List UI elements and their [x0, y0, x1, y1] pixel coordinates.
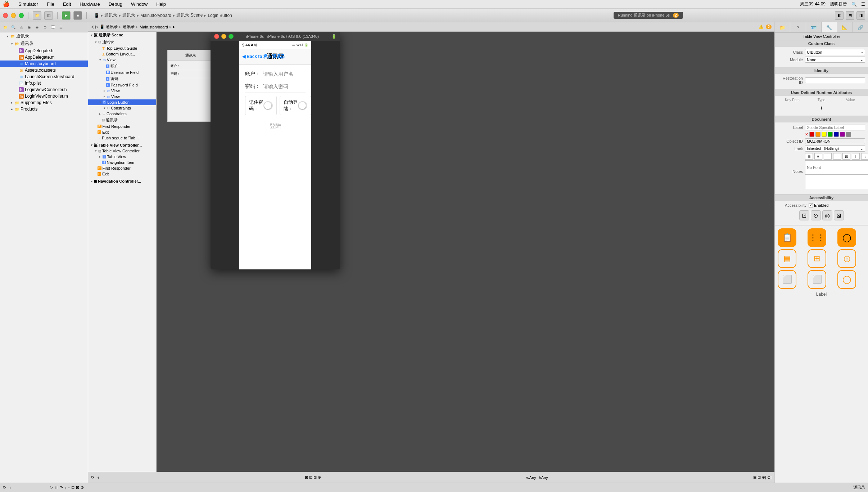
scene-item-label-password[interactable]: L 密码:	[88, 75, 156, 82]
bc-通讯录[interactable]: 通讯录	[104, 12, 117, 18]
auto-login-toggle[interactable]: 自动登陆：	[280, 96, 311, 115]
tab-file[interactable]: 📁	[775, 22, 790, 32]
obj-lib-item-1[interactable]: 📋	[778, 228, 796, 247]
nav-item-launchscreen[interactable]: ⊞ LaunchScreen.storyboard	[0, 73, 88, 80]
menu-list-icon[interactable]: ☰	[861, 2, 865, 7]
iphone-back-button[interactable]: ◀ Back to 私人通讯录	[242, 54, 285, 60]
nav-folder-icon[interactable]: 📁	[2, 24, 9, 31]
debug-icon-5[interactable]: ⊙	[81, 485, 84, 490]
nav-warning-icon[interactable]: ⚠	[18, 24, 24, 31]
scene-item-nav-controller[interactable]: ⊞ Navigation Controller...	[88, 178, 156, 184]
tab-size[interactable]: 📐	[837, 22, 853, 32]
auto-login-switch[interactable]	[298, 101, 307, 110]
obj-lib-item-6[interactable]: ◎	[837, 249, 856, 268]
menu-window[interactable]: Window	[130, 1, 149, 7]
sim-close[interactable]	[214, 34, 219, 39]
scene-item-label-account[interactable]: L 账户:	[88, 63, 156, 70]
folder-icon[interactable]: 📁	[33, 11, 41, 20]
password-input[interactable]	[263, 84, 326, 89]
bc-back-arrow[interactable]: ◁	[91, 24, 94, 29]
bottom-add-icon[interactable]: +	[97, 475, 99, 480]
scene-item-exit-2[interactable]: E Exit	[88, 171, 156, 177]
nav-breakpoint-icon[interactable]: ⊙	[42, 24, 48, 31]
nav-source-icon[interactable]: 🔍	[10, 24, 17, 31]
menu-ime[interactable]: 搜狗拼音	[830, 1, 847, 7]
font-btn-7[interactable]: ↕	[861, 153, 868, 160]
nav-item-appdelegatem[interactable]: m AppDelegate.m	[0, 54, 88, 61]
bc-scene[interactable]: 通讯录 Scene	[176, 12, 203, 18]
enabled-check[interactable]: ✓	[809, 203, 813, 207]
remember-switch[interactable]	[263, 101, 273, 110]
account-input[interactable]	[263, 71, 326, 77]
debug-icon-3[interactable]: ⊡	[71, 485, 74, 490]
close-button[interactable]	[3, 13, 8, 18]
scene-item-bottom-layout[interactable]: ⊥ Bottom Layout...	[88, 51, 156, 57]
scene-item-password-field[interactable]: F Password Field	[88, 82, 156, 88]
bc-project[interactable]: 📱	[94, 13, 99, 18]
nav-item-plist[interactable]: 📄 Info.plist	[0, 80, 88, 86]
bottom-refresh-icon[interactable]: ⟳	[91, 475, 94, 480]
obj-lib-item-3[interactable]: ◯	[837, 228, 856, 247]
menu-edit[interactable]: Edit	[62, 1, 72, 7]
bc-forward-arrow[interactable]: ▷	[95, 24, 98, 29]
scene-item-push-segue[interactable]: → Push segue to 'Tab...'	[88, 135, 156, 141]
remember-password-toggle[interactable]: 记住密码：	[245, 96, 277, 115]
nav-report-icon[interactable]: ☰	[58, 24, 64, 31]
doc-label-input[interactable]	[805, 125, 865, 130]
scene-item-通讯录-link[interactable]: ⊡ 通讯录	[88, 117, 156, 124]
acc-icon-3[interactable]: ◎	[822, 210, 832, 220]
sim-minimize[interactable]	[221, 34, 226, 39]
nav-item-appdelegateh[interactable]: h AppDelegate.h	[0, 48, 88, 54]
debug-icon-2[interactable]: +	[9, 486, 11, 490]
debug-step-out[interactable]: ↑	[68, 486, 70, 490]
minimize-button[interactable]	[11, 13, 16, 18]
font-btn-3[interactable]: —	[824, 153, 832, 160]
sim-maximize[interactable]	[229, 34, 234, 39]
module-select[interactable]: None ⌄	[805, 57, 865, 63]
bc-通讯录-2[interactable]: 通讯录	[122, 12, 135, 18]
scene-item-top-layout[interactable]: ⊤ Top Layout Guide	[88, 45, 156, 51]
debug-icon-1[interactable]: ⟳	[3, 485, 6, 490]
debug-step-in[interactable]: ↓	[64, 486, 67, 490]
scene-item-table-view[interactable]: T Table View	[88, 154, 156, 160]
color-x[interactable]: ✕	[805, 132, 808, 137]
nav-test-icon[interactable]: ◉	[26, 24, 32, 31]
color-chip-red[interactable]	[809, 132, 814, 137]
user-defined-add[interactable]: +	[778, 103, 865, 113]
font-btn-2[interactable]: ≡	[814, 153, 822, 160]
font-btn-4[interactable]: —	[833, 153, 841, 160]
color-chip-purple[interactable]	[840, 132, 845, 137]
nav-item-root-folder[interactable]: 📂 通讯录	[0, 32, 88, 40]
nav-item-assets[interactable]: ⊠ Assets.xcassets	[0, 67, 88, 73]
navigator-toggle[interactable]: ◫	[44, 11, 53, 20]
font-btn-6[interactable]: T	[852, 153, 860, 160]
any-width[interactable]: wAny	[526, 475, 536, 480]
debug-step-over[interactable]: ↷	[60, 485, 63, 490]
obj-lib-item-2[interactable]: ⋮⋮	[808, 228, 826, 247]
debug-play[interactable]: ▷	[50, 485, 53, 490]
maximize-button[interactable]	[19, 13, 24, 18]
scene-item-view[interactable]: ▭ View	[88, 57, 156, 63]
bc-通讯录-item[interactable]: 通讯录	[123, 24, 135, 30]
obj-lib-item-5[interactable]: ⊞	[808, 249, 826, 268]
scene-item-first-responder-2[interactable]: R First Responder	[88, 165, 156, 171]
menu-hardware[interactable]: Hardware	[78, 1, 101, 7]
scene-item-view-3[interactable]: ▭ View	[88, 94, 156, 99]
menu-help[interactable]: Help	[155, 1, 167, 7]
notes-textarea[interactable]	[805, 175, 868, 189]
add-attribute-icon[interactable]: +	[820, 105, 823, 111]
debug-panel-toggle[interactable]: ⬒	[846, 11, 854, 20]
bc-main-storyboard[interactable]: Main.storyboard	[140, 13, 171, 18]
warning-badge[interactable]: 2	[673, 13, 679, 18]
debug-icon-4[interactable]: ⊠	[76, 485, 79, 490]
scene-item-first-responder[interactable]: R First Responder	[88, 124, 156, 129]
debug-pause[interactable]: ⏸	[54, 486, 58, 490]
any-height[interactable]: hAny	[539, 475, 548, 480]
font-btn-5[interactable]: ⊡	[842, 153, 850, 160]
color-chip-orange[interactable]	[815, 132, 820, 137]
scene-item-constraints-sub[interactable]: ⊡ Constraints	[88, 105, 156, 111]
utility-panel-toggle[interactable]: ◨	[856, 11, 865, 20]
login-button[interactable]: 登陆	[245, 122, 306, 130]
color-chip-gray[interactable]	[846, 132, 851, 137]
scene-item-通讯录-vc[interactable]: ⊡ 通讯录	[88, 39, 156, 45]
